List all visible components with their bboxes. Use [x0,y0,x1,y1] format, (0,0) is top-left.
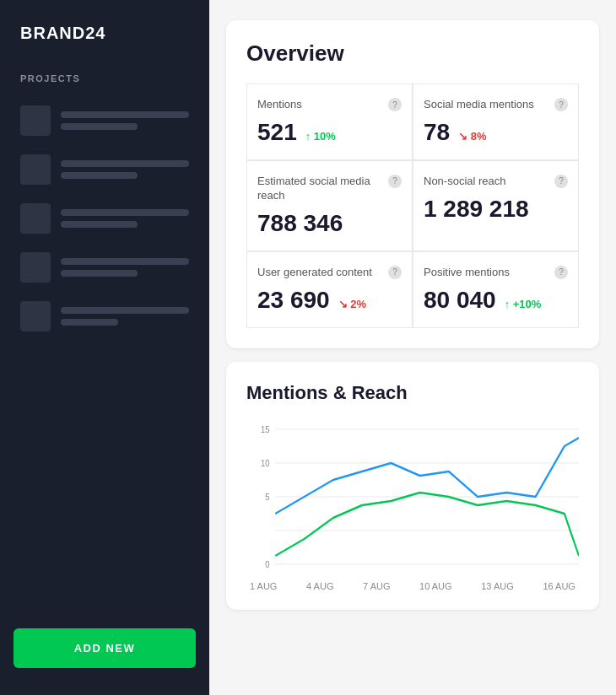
project-line [61,319,118,326]
project-thumbnail [20,301,51,331]
info-icon[interactable]: ? [554,98,568,111]
stat-change: ↑ 10% [305,130,336,143]
project-line [61,270,138,277]
chart-x-labels: 1 AUG 4 AUG 7 AUG 10 AUG 13 AUG 16 AUG [246,576,579,591]
stat-label: Non-social reach [424,175,506,189]
stat-change: ↘ 8% [458,130,486,143]
project-line [61,123,138,130]
svg-text:0: 0 [265,559,270,569]
svg-text:5: 5 [265,492,270,502]
chart-card: Mentions & Reach 15 10 5 0 1 AUG [226,362,599,610]
list-item[interactable] [14,293,196,340]
project-line [61,221,138,228]
stat-value: 788 346 [257,210,343,237]
stat-label: Social media mentions [424,98,534,112]
project-line [61,307,189,314]
stat-change: ↑ +10% [505,298,542,310]
project-line [61,209,189,216]
chart-svg: 15 10 5 0 [246,421,579,573]
list-item[interactable] [14,146,196,193]
main-content: Overview Mentions ? 521 ↑ 10% Social med… [209,0,616,695]
add-new-button[interactable]: ADD NEW [14,628,196,668]
stat-cell-reach: Estimated social media reach ? 788 346 [246,160,413,251]
stat-label: User generated content [257,266,372,280]
project-thumbnail [20,154,51,185]
project-line [61,172,138,179]
chart-x-label: 10 AUG [419,581,452,591]
chart-x-label: 7 AUG [363,581,390,591]
sidebar-bottom: ADD NEW [0,611,209,695]
stats-grid: Mentions ? 521 ↑ 10% Social media mentio… [246,84,579,328]
logo: BRAND24 [0,0,209,60]
list-item[interactable] [14,97,196,144]
project-list [0,94,209,611]
stat-cell-social-mentions: Social media mentions ? 78 ↘ 8% [413,84,579,160]
info-icon[interactable]: ? [554,175,568,188]
projects-label: PROJECTS [0,60,209,94]
svg-text:10: 10 [261,458,270,468]
chart-area: 15 10 5 0 1 AUG 4 AUG 7 AUG 10 AUG 13 AU… [246,421,579,590]
stat-cell-non-social: Non-social reach ? 1 289 218 [413,160,579,251]
stat-label: Positive mentions [424,266,510,280]
project-thumbnail [20,105,51,136]
project-line [61,160,189,167]
sidebar: BRAND24 PROJECTS [0,0,209,695]
project-line [61,258,189,265]
overview-title: Overview [246,40,579,67]
stat-cell-positive: Positive mentions ? 80 040 ↑ +10% [413,251,579,328]
stat-change: ↘ 2% [338,298,366,310]
info-icon[interactable]: ? [388,266,402,279]
stat-value: 78 [424,119,450,146]
stat-value: 23 690 [257,287,330,314]
project-line [61,111,189,118]
chart-x-label: 16 AUG [543,581,575,591]
project-thumbnail [20,252,51,283]
chart-x-label: 4 AUG [306,581,333,591]
chart-x-label: 13 AUG [481,581,514,591]
project-thumbnail [20,203,51,234]
stat-cell-mentions: Mentions ? 521 ↑ 10% [246,84,413,160]
chart-x-label: 1 AUG [250,581,277,591]
overview-card: Overview Mentions ? 521 ↑ 10% Social med… [226,20,599,348]
stat-label: Estimated social media reach [257,175,385,203]
stat-cell-ugc: User generated content ? 23 690 ↘ 2% [246,251,413,328]
chart-title: Mentions & Reach [246,382,579,404]
list-item[interactable] [14,195,196,242]
info-icon[interactable]: ? [554,266,568,279]
stat-label: Mentions [257,98,302,112]
info-icon[interactable]: ? [388,98,402,111]
stat-value: 80 040 [424,287,496,314]
list-item[interactable] [14,244,196,291]
svg-text:15: 15 [261,424,270,434]
info-icon[interactable]: ? [388,175,402,188]
stat-value: 1 289 218 [424,196,529,223]
stat-value: 521 [257,119,297,146]
